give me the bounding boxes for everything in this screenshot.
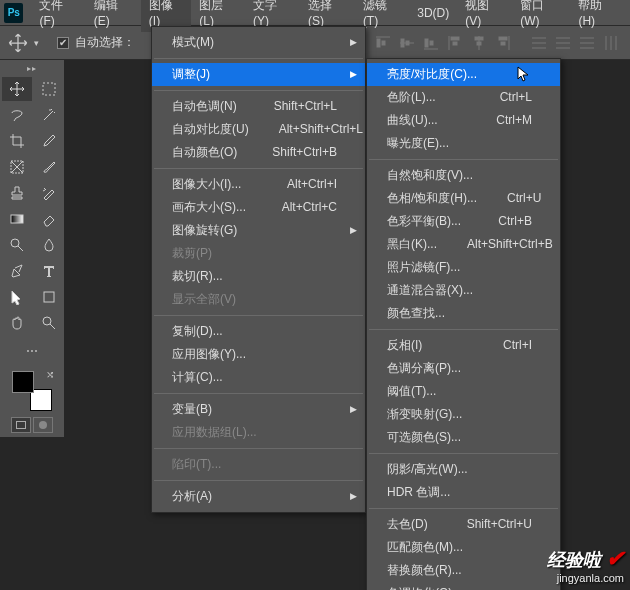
- edit-toolbar[interactable]: ⋯: [17, 339, 47, 363]
- menu-item-auto-tone[interactable]: 自动色调(N)Shift+Ctrl+L: [152, 95, 365, 118]
- tool-preset-chevron-icon[interactable]: ▾: [34, 38, 39, 48]
- menu-item-black-white[interactable]: 黑白(K)...Alt+Shift+Ctrl+B: [367, 233, 560, 256]
- menu-item-hue-saturation[interactable]: 色相/饱和度(H)...Ctrl+U: [367, 187, 560, 210]
- menu-item-replace-color[interactable]: 替换颜色(R)...: [367, 559, 560, 582]
- distribute-icon[interactable]: [600, 32, 622, 54]
- menu-3d[interactable]: 3D(D): [409, 2, 457, 24]
- move-tool-icon[interactable]: [8, 33, 28, 53]
- menu-item-image-size[interactable]: 图像大小(I)...Alt+Ctrl+I: [152, 173, 365, 196]
- menu-item-color-balance[interactable]: 色彩平衡(B)...Ctrl+B: [367, 210, 560, 233]
- menu-item-adjustments[interactable]: 调整(J)▶: [152, 63, 365, 86]
- dodge-tool[interactable]: [2, 233, 32, 257]
- hand-tool[interactable]: [2, 311, 32, 335]
- menu-separator: [154, 168, 363, 169]
- menu-item-desaturate[interactable]: 去色(D)Shift+Ctrl+U: [367, 513, 560, 536]
- menu-item-crop[interactable]: 裁剪(P): [152, 242, 365, 265]
- menu-item-channel-mixer[interactable]: 通道混合器(X)...: [367, 279, 560, 302]
- eyedropper-tool[interactable]: [34, 129, 64, 153]
- menu-item-invert[interactable]: 反相(I)Ctrl+I: [367, 334, 560, 357]
- align-icon[interactable]: [420, 32, 442, 54]
- path-tool[interactable]: [2, 285, 32, 309]
- eraser-tool[interactable]: [34, 207, 64, 231]
- menu-item-equalize[interactable]: 色调均化(Q): [367, 582, 560, 590]
- menu-item-shadows-highlights[interactable]: 阴影/高光(W)...: [367, 458, 560, 481]
- menu-edit[interactable]: 编辑(E): [86, 0, 141, 32]
- menu-file[interactable]: 文件(F): [31, 0, 85, 32]
- distribute-icon[interactable]: [576, 32, 598, 54]
- menu-item-exposure[interactable]: 曝光度(E)...: [367, 132, 560, 155]
- distribute-icon[interactable]: [552, 32, 574, 54]
- menu-separator: [154, 90, 363, 91]
- align-icon[interactable]: [372, 32, 394, 54]
- type-tool[interactable]: [34, 259, 64, 283]
- stamp-tool[interactable]: [2, 181, 32, 205]
- menu-item-photo-filter[interactable]: 照片滤镜(F)...: [367, 256, 560, 279]
- foreground-color-swatch[interactable]: [12, 371, 34, 393]
- menu-separator: [154, 393, 363, 394]
- frame-tool[interactable]: [2, 155, 32, 179]
- move-tool[interactable]: [2, 77, 32, 101]
- menu-item-levels[interactable]: 色阶(L)...Ctrl+L: [367, 86, 560, 109]
- menu-item-threshold[interactable]: 阈值(T)...: [367, 380, 560, 403]
- standard-mode-button[interactable]: [11, 417, 31, 433]
- menu-item-calculations[interactable]: 计算(C)...: [152, 366, 365, 389]
- pen-tool[interactable]: [2, 259, 32, 283]
- menu-item-trap[interactable]: 陷印(T)...: [152, 453, 365, 476]
- menu-item-canvas-size[interactable]: 画布大小(S)...Alt+Ctrl+C: [152, 196, 365, 219]
- menu-view[interactable]: 视图(V): [457, 0, 512, 32]
- align-icon[interactable]: [492, 32, 514, 54]
- distribute-icon[interactable]: [528, 32, 550, 54]
- shape-tool[interactable]: [34, 285, 64, 309]
- magic-wand-tool[interactable]: [34, 103, 64, 127]
- menu-help[interactable]: 帮助(H): [570, 0, 626, 32]
- crop-tool[interactable]: [2, 129, 32, 153]
- menu-item-apply-dataset[interactable]: 应用数据组(L)...: [152, 421, 365, 444]
- toolbox: ▸▸ ⋯ ⤭: [0, 60, 64, 437]
- history-brush-tool[interactable]: [34, 181, 64, 205]
- align-icon[interactable]: [396, 32, 418, 54]
- color-swatches[interactable]: ⤭: [12, 371, 52, 411]
- menubar: Ps 文件(F) 编辑(E) 图像(I) 图层(L) 文字(Y) 选择(S) 滤…: [0, 0, 630, 26]
- align-icon[interactable]: [444, 32, 466, 54]
- menu-separator: [369, 453, 558, 454]
- swap-colors-icon[interactable]: ⤭: [46, 369, 54, 380]
- menu-item-analysis[interactable]: 分析(A)▶: [152, 485, 365, 508]
- align-icon[interactable]: [468, 32, 490, 54]
- toolbox-collapse-icon[interactable]: ▸▸: [2, 64, 62, 73]
- menu-item-vibrance[interactable]: 自然饱和度(V)...: [367, 164, 560, 187]
- menu-item-apply-image[interactable]: 应用图像(Y)...: [152, 343, 365, 366]
- menu-item-auto-color[interactable]: 自动颜色(O)Shift+Ctrl+B: [152, 141, 365, 164]
- menu-item-posterize[interactable]: 色调分离(P)...: [367, 357, 560, 380]
- gradient-tool[interactable]: [2, 207, 32, 231]
- watermark: 经验啦 ✔ jingyanla.com: [547, 546, 624, 584]
- quickmask-mode-button[interactable]: [33, 417, 53, 433]
- menu-item-curves[interactable]: 曲线(U)...Ctrl+M: [367, 109, 560, 132]
- auto-select-label: 自动选择：: [75, 34, 135, 51]
- marquee-tool[interactable]: [34, 77, 64, 101]
- svg-rect-10: [499, 37, 507, 40]
- menu-item-auto-contrast[interactable]: 自动对比度(U)Alt+Shift+Ctrl+L: [152, 118, 365, 141]
- lasso-tool[interactable]: [2, 103, 32, 127]
- menu-item-variables[interactable]: 变量(B)▶: [152, 398, 365, 421]
- brush-tool[interactable]: [34, 155, 64, 179]
- menu-item-color-lookup[interactable]: 颜色查找...: [367, 302, 560, 325]
- menu-item-gradient-map[interactable]: 渐变映射(G)...: [367, 403, 560, 426]
- app-logo: Ps: [4, 3, 23, 23]
- menu-item-trim[interactable]: 裁切(R)...: [152, 265, 365, 288]
- menu-item-duplicate[interactable]: 复制(D)...: [152, 320, 365, 343]
- menu-item-brightness-contrast[interactable]: 亮度/对比度(C)...: [367, 63, 560, 86]
- menu-item-selective-color[interactable]: 可选颜色(S)...: [367, 426, 560, 449]
- auto-select-checkbox[interactable]: ✔: [57, 37, 69, 49]
- menu-item-match-color[interactable]: 匹配颜色(M)...: [367, 536, 560, 559]
- svg-rect-0: [377, 39, 380, 47]
- menu-item-hdr-toning[interactable]: HDR 色调...: [367, 481, 560, 504]
- menu-item-reveal-all[interactable]: 显示全部(V): [152, 288, 365, 311]
- menu-item-mode[interactable]: 模式(M)▶: [152, 31, 365, 54]
- svg-point-15: [11, 239, 19, 247]
- svg-rect-6: [451, 37, 459, 40]
- menu-item-image-rotation[interactable]: 图像旋转(G)▶: [152, 219, 365, 242]
- watermark-text: 经验啦: [547, 550, 601, 570]
- blur-tool[interactable]: [34, 233, 64, 257]
- menu-window[interactable]: 窗口(W): [512, 0, 570, 32]
- zoom-tool[interactable]: [34, 311, 64, 335]
